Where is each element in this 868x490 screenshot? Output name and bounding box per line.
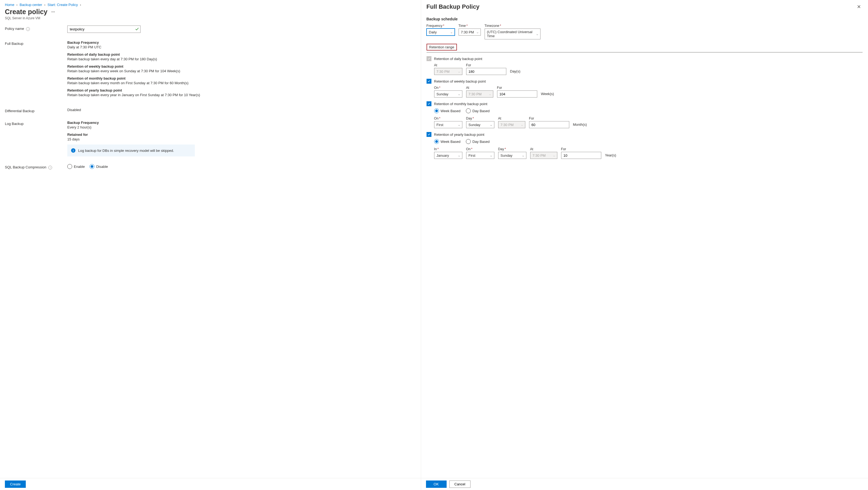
chevron-down-icon: ⌵	[536, 33, 538, 36]
log-backup-retained-text: 15 days	[67, 137, 416, 141]
monthly-day-based-radio[interactable]: Day Based	[466, 108, 490, 113]
time-select[interactable]: 7:30 PM⌵	[459, 29, 481, 36]
timezone-select[interactable]: (UTC) Coordinated Universal Time⌵	[485, 29, 540, 39]
checkmark-icon	[135, 27, 139, 32]
policy-name-label: Policy name	[5, 27, 24, 31]
more-actions-icon[interactable]: ···	[51, 9, 55, 15]
yearly-at-select: 7:30 PM⌵	[530, 152, 557, 159]
page-subtitle: SQL Server in Azure VM	[5, 16, 416, 20]
weekly-at-label: At	[466, 86, 493, 90]
weekly-retention-title: Retention of weekly backup point	[67, 64, 416, 68]
full-backup-frequency-text: Daily at 7:30 PM UTC	[67, 45, 416, 49]
ok-button[interactable]: OK	[426, 481, 446, 488]
monthly-on-select[interactable]: First⌵	[434, 121, 462, 128]
chevron-down-icon: ⌵	[458, 93, 460, 96]
chevron-down-icon: ⌵	[553, 154, 555, 157]
daily-retention-label: Retention of daily backup point	[434, 57, 483, 61]
yearly-retention-label: Retention of yearly backup point	[434, 133, 485, 137]
info-icon[interactable]: i	[26, 27, 30, 31]
sql-backup-compression-label: SQL Backup Compression	[5, 165, 46, 169]
monthly-on-label: On	[434, 117, 439, 120]
frequency-select[interactable]: Daily⌵	[427, 29, 455, 36]
monthly-retention-checkbox[interactable]	[427, 101, 431, 106]
weekly-retention-label: Retention of weekly backup point	[434, 79, 486, 83]
yearly-week-based-radio[interactable]: Week Based	[434, 139, 461, 144]
daily-at-select: 7:30 PM⌵	[434, 68, 462, 75]
chevron-down-icon: ⌵	[458, 123, 460, 126]
panel-title: Full Backup Policy	[427, 3, 480, 10]
log-backup-frequency-title: Backup Frequency	[67, 121, 416, 125]
compression-enable-label: Enable	[74, 165, 85, 169]
weekly-for-input[interactable]	[497, 90, 537, 97]
chevron-right-icon: ›	[80, 3, 81, 7]
chevron-down-icon: ⌵	[458, 70, 460, 73]
monthly-for-input[interactable]	[529, 121, 569, 128]
weekly-on-select[interactable]: Sunday⌵	[434, 90, 462, 97]
chevron-down-icon: ⌵	[489, 93, 491, 96]
breadcrumb-start-create-policy[interactable]: Start: Create Policy	[48, 3, 78, 7]
close-icon[interactable]: ✕	[855, 3, 863, 10]
differential-backup-label: Differential Backup	[5, 108, 67, 113]
breadcrumb-home[interactable]: Home	[5, 3, 14, 7]
monthly-retention-title: Retention of monthly backup point	[67, 76, 416, 80]
daily-unit: Day(s)	[510, 69, 520, 75]
retention-range-title: Retention range	[427, 44, 457, 51]
full-backup-label: Full Backup	[5, 40, 67, 100]
yearly-retention-title: Retention of yearly backup point	[67, 88, 416, 92]
yearly-on-label: On	[466, 147, 471, 151]
policy-name-input[interactable]	[67, 26, 141, 33]
weekly-retention-checkbox[interactable]	[427, 79, 431, 84]
compression-enable-radio[interactable]: Enable	[67, 164, 85, 169]
daily-for-input[interactable]	[466, 68, 506, 75]
info-banner: i Log backup for DBs in simple recovery …	[67, 144, 195, 156]
log-backup-label: Log Backup	[5, 121, 67, 156]
yearly-day-select[interactable]: Sunday⌵	[498, 152, 526, 159]
weekly-for-label: For	[497, 86, 537, 90]
yearly-on-select[interactable]: First⌵	[466, 152, 494, 159]
chevron-down-icon: ⌵	[490, 154, 492, 157]
info-banner-text: Log backup for DBs in simple recovery mo…	[78, 149, 174, 153]
chevron-right-icon: ›	[16, 3, 18, 7]
monthly-retention-label: Retention of monthly backup point	[434, 102, 488, 106]
yearly-for-input[interactable]	[561, 152, 601, 159]
full-backup-frequency-title: Backup Frequency	[67, 40, 416, 45]
time-label: Time	[459, 24, 466, 28]
monthly-at-select: 7:30 PM⌵	[498, 121, 525, 128]
log-backup-retained-title: Retained for	[67, 133, 416, 137]
timezone-label: Timezone	[485, 24, 499, 28]
backup-schedule-title: Backup schedule	[427, 17, 863, 21]
yearly-day-label: Day	[498, 147, 504, 151]
daily-at-label: At	[434, 63, 462, 67]
yearly-day-based-radio[interactable]: Day Based	[466, 139, 490, 144]
yearly-retention-checkbox[interactable]	[427, 132, 431, 137]
chevron-down-icon: ⌵	[458, 154, 460, 157]
chevron-down-icon: ⌵	[451, 31, 452, 34]
weekly-retention-text: Retain backup taken every week on Sunday…	[67, 69, 416, 73]
weekly-unit: Week(s)	[541, 92, 554, 97]
daily-retention-checkbox	[427, 56, 431, 61]
yearly-for-label: For	[561, 147, 601, 151]
info-icon: i	[71, 148, 75, 153]
chevron-right-icon: ›	[44, 3, 45, 7]
chevron-down-icon: ⌵	[477, 31, 478, 34]
breadcrumb: Home › Backup center › Start: Create Pol…	[0, 0, 421, 7]
chevron-down-icon: ⌵	[521, 123, 523, 126]
monthly-at-label: At	[498, 117, 525, 120]
monthly-week-based-radio[interactable]: Week Based	[434, 108, 461, 113]
create-button[interactable]: Create	[5, 481, 26, 488]
page-title: Create policy	[5, 8, 48, 16]
daily-retention-title: Retention of daily backup point	[67, 52, 416, 57]
monthly-retention-text: Retain backup taken every month on First…	[67, 81, 416, 85]
monthly-unit: Month(s)	[573, 122, 587, 128]
monthly-day-select[interactable]: Sunday⌵	[466, 121, 494, 128]
breadcrumb-backup-center[interactable]: Backup center	[20, 3, 42, 7]
info-icon[interactable]: i	[48, 166, 52, 170]
monthly-day-label: Day	[466, 117, 472, 120]
yearly-unit: Year(s)	[605, 153, 616, 159]
daily-retention-text: Retain backup taken every day at 7:30 PM…	[67, 57, 416, 61]
yearly-in-select[interactable]: January⌵	[434, 152, 462, 159]
compression-disable-label: Disable	[96, 165, 108, 169]
frequency-label: Frequency	[427, 24, 442, 28]
cancel-button[interactable]: Cancel	[449, 481, 470, 488]
compression-disable-radio[interactable]: Disable	[90, 164, 108, 169]
